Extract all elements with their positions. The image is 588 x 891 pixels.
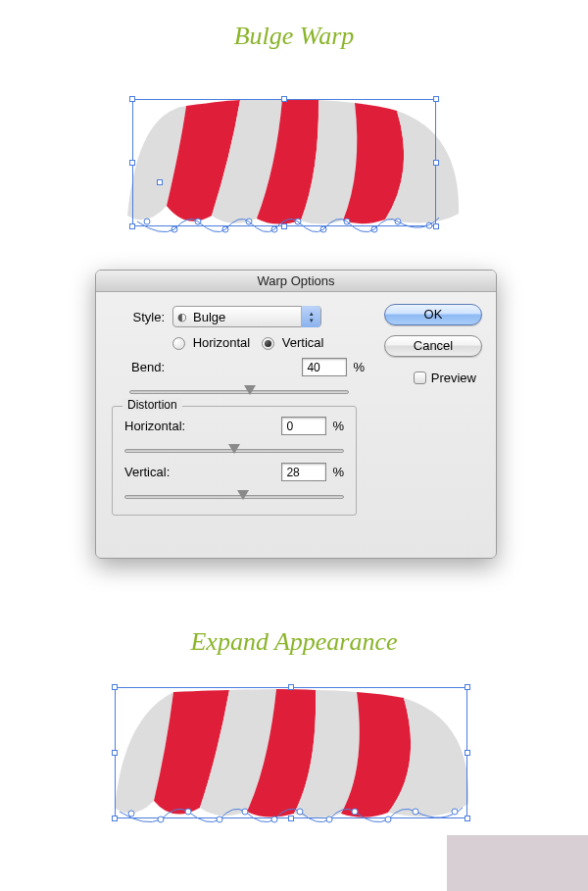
svg-point-12: [128, 811, 134, 817]
svg-point-16: [242, 809, 248, 815]
heading-expand-appearance: Expand Appearance: [0, 627, 588, 657]
svg-point-18: [297, 809, 303, 815]
bulge-style-icon: ◐: [173, 311, 191, 323]
percent-symbol-v: %: [332, 465, 344, 479]
dist-v-label: Vertical:: [124, 465, 199, 479]
radio-vertical[interactable]: [262, 337, 274, 350]
select-stepper-icon[interactable]: ▴▾: [301, 306, 320, 327]
awning-bottom-illustration: [110, 678, 477, 830]
style-label: Style:: [112, 310, 165, 324]
heading-bulge-warp: Bulge Warp: [0, 22, 588, 51]
style-select[interactable]: ◐ Bulge ▴▾: [172, 306, 321, 327]
svg-point-15: [217, 817, 222, 822]
svg-point-19: [326, 817, 332, 822]
bend-input[interactable]: [302, 358, 347, 376]
svg-point-14: [185, 809, 191, 815]
dist-v-slider[interactable]: [124, 489, 344, 505]
cancel-button[interactable]: Cancel: [384, 335, 482, 357]
distortion-legend: Distortion: [122, 398, 182, 412]
svg-point-13: [158, 817, 164, 822]
svg-point-21: [385, 817, 391, 822]
radio-horizontal[interactable]: [172, 337, 185, 350]
bend-label: Bend:: [112, 360, 165, 374]
style-value: Bulge: [191, 310, 301, 324]
preview-label: Preview: [431, 371, 476, 385]
svg-point-22: [413, 809, 418, 815]
svg-point-17: [271, 817, 277, 822]
orientation-horizontal[interactable]: Horizontal: [172, 335, 250, 350]
orientation-vertical[interactable]: Vertical: [262, 335, 323, 350]
dialog-title: Warp Options: [96, 271, 496, 292]
svg-point-20: [352, 809, 358, 815]
ok-button[interactable]: OK: [384, 304, 482, 325]
dist-v-input[interactable]: [281, 463, 326, 481]
warp-options-dialog: Warp Options Style: ◐ Bulge ▴▾ Horizonta…: [95, 270, 497, 559]
dist-h-label: Horizontal:: [124, 419, 199, 433]
dist-h-slider[interactable]: [124, 443, 344, 459]
dist-h-input[interactable]: [281, 417, 326, 435]
radio-vertical-label: Vertical: [282, 335, 324, 350]
preview-checkbox[interactable]: [414, 371, 426, 384]
radio-horizontal-label: Horizontal: [193, 335, 251, 350]
awning-top-illustration: [127, 78, 461, 235]
svg-point-0: [144, 219, 150, 224]
svg-point-23: [452, 809, 458, 815]
percent-symbol: %: [353, 360, 365, 374]
preview-toggle[interactable]: Preview: [414, 371, 476, 385]
cropped-element: [447, 835, 588, 891]
percent-symbol-h: %: [332, 419, 344, 433]
